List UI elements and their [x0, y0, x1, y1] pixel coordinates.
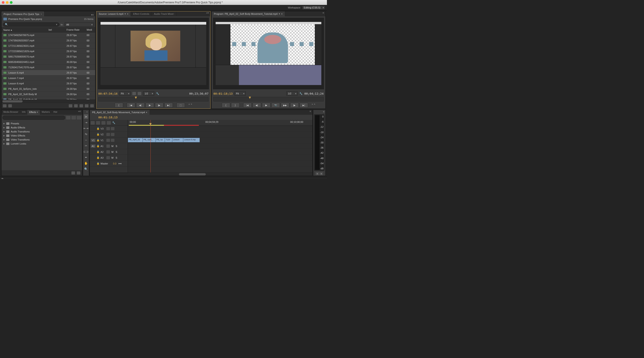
effects-folder[interactable]: ▶Video Transitions — [2, 138, 82, 142]
timeline-clip[interactable]: PB_April_ — [143, 138, 156, 142]
effect-controls-tab[interactable]: Effect Controls — [131, 11, 152, 16]
asset-row[interactable]: 606530456024451.mp430.00 fps00 — [2, 59, 95, 65]
fx-yuv-icon[interactable] — [77, 116, 81, 119]
source-tab[interactable]: Source: Lesson 6.mp4▼× — [96, 11, 131, 16]
panel-menu-icon[interactable]: ≡ — [85, 111, 89, 113]
effects-folder[interactable]: ▶Audio Effects — [2, 125, 82, 130]
effects-search-input[interactable] — [2, 116, 65, 120]
selection-tool[interactable]: ➤ — [84, 114, 88, 119]
panel-menu-icon[interactable]: »≡ — [76, 110, 82, 115]
timeline-clip[interactable]: Lesson 8.mp — [183, 138, 200, 142]
panel-menu-icon[interactable]: ▾≡ — [90, 13, 95, 16]
go-to-in-button[interactable]: |◀ — [127, 103, 135, 108]
timeline-clip[interactable]: PB_April_02 — [128, 138, 143, 142]
tab-info[interactable]: Info — [20, 110, 28, 115]
tab-media-browser[interactable]: Media Browser — [2, 110, 20, 115]
video-track-header[interactable]: 🔒V2 — [90, 132, 128, 137]
asset-row[interactable]: 174735639203937.mp429.97 fps00 — [2, 38, 95, 43]
column-framerate[interactable]: Frame Rate — [66, 28, 87, 31]
find-icon[interactable] — [74, 104, 78, 107]
track-v2-lane[interactable] — [128, 132, 312, 137]
horizontal-scrollbar[interactable] — [2, 100, 95, 103]
go-to-in-button[interactable]: |◀ — [243, 103, 252, 108]
dropdown-icon[interactable]: ▼ — [278, 13, 280, 15]
hand-tool[interactable]: ✋ — [84, 161, 88, 165]
asset-row[interactable]: 177223385621829.mp429.97 fps00 — [2, 48, 95, 54]
tab-effects[interactable]: Effects × — [27, 110, 40, 115]
video-track-header[interactable]: 🔒V3 — [90, 126, 128, 132]
timeline-ruler[interactable]: 00;00 00;04;59;29 00;10;00;00 — [128, 120, 312, 126]
audio-mixer-tab[interactable]: Audio Track Mixer: — [152, 11, 177, 16]
panel-menu-icon[interactable]: ≡ — [322, 110, 325, 113]
panel-menu-icon[interactable]: ≡ — [308, 110, 312, 115]
source-resolution-dropdown[interactable]: 1/2 — [143, 91, 154, 95]
close-icon[interactable]: × — [146, 111, 147, 114]
new-bin-icon[interactable] — [72, 171, 75, 175]
panel-menu-icon[interactable]: »≡ — [205, 11, 210, 16]
marker-icon[interactable] — [102, 121, 106, 125]
step-back-button[interactable]: ◀| — [252, 103, 261, 108]
icon-view-icon[interactable] — [8, 104, 12, 107]
pen-tool[interactable]: ✒ — [84, 155, 88, 160]
project-search-input[interactable]: 🔍 — [3, 22, 59, 27]
source-time-ruler[interactable] — [98, 97, 208, 101]
step-back-button[interactable]: ◀| — [136, 103, 145, 108]
minimize-window-icon[interactable] — [6, 1, 8, 4]
asset-row[interactable]: PB_April_02_Soft Body M24.00 fps00 — [2, 97, 95, 100]
wrench-icon[interactable]: 🔧 — [156, 92, 159, 95]
slip-tool[interactable]: ⊏⊐ — [84, 149, 88, 154]
panel-menu-icon[interactable]: ≡ — [321, 11, 325, 16]
asset-row[interactable]: PB_April_02_Soft Body M24.00 fps00 — [2, 91, 95, 97]
asset-row[interactable]: 586179268059570.mp429.97 fps00 — [2, 54, 95, 59]
timeline-clip[interactable]: Lesson — [172, 138, 183, 142]
add-button-icon[interactable]: + — [191, 103, 192, 108]
step-forward-button[interactable]: |▶ — [155, 103, 164, 108]
asset-row[interactable]: Lesson 8.mp429.97 fps00 — [2, 81, 95, 86]
more-icon[interactable]: » — [312, 103, 313, 108]
timeline-clip[interactable]: PB_Ap — [156, 138, 165, 142]
source-viewport[interactable] — [98, 18, 209, 89]
play-button[interactable]: ▶ — [262, 103, 270, 108]
fx-32-icon[interactable] — [72, 116, 76, 119]
timeline-playhead[interactable] — [150, 120, 151, 173]
asset-row[interactable]: 174734925870675.mp429.97 fps00 — [2, 32, 95, 38]
trash-icon[interactable] — [90, 104, 94, 107]
solo-right-button[interactable]: S — [320, 172, 323, 175]
asset-row[interactable]: 177211365623031.mp429.97 fps00 — [2, 43, 95, 48]
source-timecode-in[interactable]: 00:07:34;16 — [98, 92, 118, 95]
insert-button[interactable]: ⬚ — [176, 103, 185, 108]
program-tab[interactable]: Program: PB_April_02_Soft Body Movement_… — [212, 11, 285, 16]
settings-icon[interactable] — [107, 121, 111, 125]
snapshot-button[interactable]: 📷 — [272, 103, 280, 108]
track-master-lane[interactable] — [128, 161, 312, 166]
go-to-next-button[interactable]: ▶▶ — [281, 103, 289, 108]
dropdown-icon[interactable]: ▼ — [124, 13, 126, 15]
effects-folder[interactable]: ▶Presets — [2, 121, 82, 125]
play-button[interactable]: ▶ — [146, 103, 154, 108]
asset-row[interactable]: 712604175417078.mp429.97 fps00 — [2, 65, 95, 70]
ripple-edit-tool[interactable]: ⇤⇥ — [84, 126, 88, 130]
timeline-timecode[interactable]: 00:01:18;13 — [98, 116, 118, 119]
mark-in-button[interactable]: { — [222, 103, 230, 108]
rate-stretch-tool[interactable]: ↔ — [84, 138, 88, 142]
asset-row[interactable]: Lesson 6.mp429.97 fps00 — [2, 70, 95, 75]
settings-icon[interactable] — [132, 92, 136, 95]
fx-badge-icon[interactable] — [66, 116, 70, 119]
timeline-scrollbar[interactable] — [90, 173, 312, 176]
program-timecode-in[interactable]: 00:01:18;13 — [214, 92, 233, 95]
effects-folder[interactable]: ▶Lumetri Looks — [2, 142, 82, 146]
program-zoom-dropdown[interactable]: Fit — [234, 91, 246, 95]
column-name[interactable]: Name ▴ — [2, 28, 48, 31]
asset-row[interactable]: Lesson 7.mp429.97 fps00 — [2, 75, 95, 81]
more-icon[interactable]: » — [188, 103, 190, 108]
tab-hist[interactable]: Hist — [52, 110, 59, 115]
timeline-tracks-area[interactable]: 00;00 00;04;59;29 00;10;00;00 PB_April_0… — [128, 120, 312, 173]
effects-folder[interactable]: ▶Audio Transitions — [2, 130, 82, 134]
automate-icon[interactable] — [69, 104, 72, 107]
sequence-tab[interactable]: PB_April_02_Soft Body Movement_Tutorial.… — [90, 110, 150, 115]
close-window-icon[interactable] — [2, 1, 4, 4]
wrench-icon[interactable]: 🔧 — [300, 92, 302, 95]
new-item-icon[interactable] — [85, 104, 88, 107]
column-media[interactable]: Medi — [87, 28, 95, 31]
trash-icon[interactable] — [77, 171, 80, 175]
